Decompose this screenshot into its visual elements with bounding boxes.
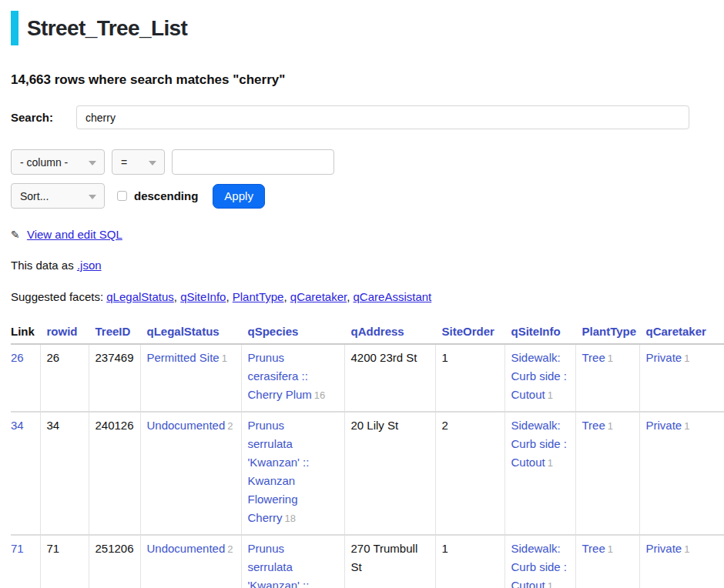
cell-site-order: 2: [435, 412, 504, 535]
facet-count: 16: [314, 389, 325, 401]
facet-link-qcareassistant[interactable]: qCareAssistant: [354, 290, 432, 303]
facet-count: 1: [608, 420, 613, 432]
filter-operator-select[interactable]: =: [112, 149, 165, 175]
search-label: Search:: [11, 111, 76, 124]
cell-legal-status-link[interactable]: Undocumented: [147, 419, 226, 432]
column-header-planttype[interactable]: PlantType: [575, 322, 639, 344]
facet-count: 2: [227, 543, 233, 555]
column-header-link: Link: [11, 322, 40, 344]
cell-site-order: 1: [435, 344, 504, 412]
column-header-qsiteinfo[interactable]: qSiteInfo: [504, 322, 575, 344]
cell-address: 270 Trumbull St: [344, 535, 435, 588]
cell-site-info-link[interactable]: Sidewalk: Curb side : Cutout: [511, 351, 568, 401]
cell-treeid: 251206: [89, 535, 140, 588]
facet-count: 1: [684, 543, 689, 555]
row-link[interactable]: 34: [11, 419, 24, 432]
page-header: Street_Tree_List: [11, 0, 724, 45]
facet-count: 1: [222, 352, 227, 364]
facet-count: 1: [548, 580, 553, 588]
cell-site-info-link[interactable]: Sidewalk: Curb side : Cutout: [511, 542, 568, 588]
column-header-qspecies[interactable]: qSpecies: [241, 322, 344, 344]
cell-site-order: 1: [435, 535, 504, 588]
filter-value-input[interactable]: [172, 149, 334, 175]
filter-column-select[interactable]: - column -: [11, 149, 105, 175]
cell-rowid: 34: [40, 412, 89, 535]
column-header-qlegalstatus[interactable]: qLegalStatus: [140, 322, 241, 344]
cell-species-link[interactable]: Prunus serrulata 'Kwanzan' :: Kwanzan Fl…: [248, 542, 310, 588]
sql-link-line: ✎ View and edit SQL: [11, 228, 724, 241]
facet-item: PlantType: [233, 290, 290, 303]
filter-form: - column - =: [11, 149, 724, 175]
table-row: 71 71 251206 Undocumented2 Prunus serrul…: [11, 535, 724, 588]
page: Street_Tree_List 14,663 rows where searc…: [0, 0, 724, 588]
column-header-rowid[interactable]: rowid: [40, 322, 89, 344]
facet-item: qCareAssistant: [354, 290, 432, 303]
facet-item: qCaretaker: [290, 290, 354, 303]
cell-legal-status-link[interactable]: Undocumented: [147, 542, 226, 555]
facet-count: 2: [227, 420, 233, 432]
row-link[interactable]: 71: [11, 542, 24, 555]
facets-prefix: Suggested facets:: [11, 290, 103, 303]
pencil-icon: ✎: [11, 229, 20, 241]
page-title: Street_Tree_List: [27, 16, 187, 41]
cell-rowid: 71: [40, 535, 89, 588]
json-link[interactable]: .json: [77, 259, 102, 272]
facet-count: 1: [684, 352, 689, 364]
row-link[interactable]: 26: [11, 351, 24, 364]
facet-count: 1: [608, 352, 613, 364]
descending-checkbox[interactable]: [117, 191, 127, 201]
cell-address: 4200 23rd St: [344, 344, 435, 412]
search-input[interactable]: [76, 105, 689, 129]
sort-select-value: Sort...: [20, 190, 49, 202]
cell-species-link[interactable]: Prunus cerasifera :: Cherry Plum: [248, 351, 312, 401]
cell-caretaker-link[interactable]: Private: [646, 542, 682, 555]
cell-rowid: 26: [40, 344, 89, 412]
results-table: Link rowid TreeID qLegalStatus qSpecies …: [11, 322, 724, 588]
data-as-prefix: This data as: [11, 259, 74, 272]
cell-caretaker-link[interactable]: Private: [646, 351, 682, 364]
facet-link-qcaretaker[interactable]: qCaretaker: [290, 290, 347, 303]
cell-plant-type-link[interactable]: Tree: [582, 351, 605, 364]
facet-link-qsiteinfo[interactable]: qSiteInfo: [180, 290, 226, 303]
cell-legal-status-link[interactable]: Permitted Site: [147, 351, 220, 364]
view-edit-sql-link[interactable]: View and edit SQL: [27, 228, 122, 241]
row-count-summary: 14,663 rows where search matches "cherry…: [11, 72, 724, 88]
cell-treeid: 237469: [89, 344, 140, 412]
cell-address: 20 Lily St: [344, 412, 435, 535]
table-header-row: Link rowid TreeID qLegalStatus qSpecies …: [11, 322, 724, 344]
facet-link-qlegalstatus[interactable]: qLegalStatus: [106, 290, 174, 303]
suggested-facets-line: Suggested facets: qLegalStatus qSiteInfo…: [11, 290, 724, 303]
sort-select[interactable]: Sort...: [11, 183, 105, 209]
column-header-qcaretaker[interactable]: qCaretaker: [639, 322, 724, 344]
cell-plant-type-link[interactable]: Tree: [582, 542, 605, 555]
facet-count: 1: [684, 420, 689, 432]
column-header-qaddress[interactable]: qAddress: [344, 322, 435, 344]
cell-caretaker-link[interactable]: Private: [646, 419, 682, 432]
cell-site-info-link[interactable]: Sidewalk: Curb side : Cutout: [511, 419, 568, 469]
column-header-siteorder[interactable]: SiteOrder: [435, 322, 504, 344]
data-as-line: This data as .json: [11, 259, 724, 272]
cell-plant-type-link[interactable]: Tree: [582, 419, 605, 432]
column-header-treeid[interactable]: TreeID: [89, 322, 140, 344]
filter-operator-value: =: [121, 156, 127, 169]
apply-button[interactable]: Apply: [213, 184, 265, 209]
table-row: 34 34 240126 Undocumented2 Prunus serrul…: [11, 412, 724, 535]
cell-treeid: 240126: [89, 412, 140, 535]
facet-count: 1: [548, 389, 553, 401]
cell-species-link[interactable]: Prunus serrulata 'Kwanzan' :: Kwanzan Fl…: [248, 419, 310, 524]
facet-count: 18: [285, 513, 296, 524]
facet-count: 1: [548, 457, 553, 469]
facet-item: qSiteInfo: [180, 290, 233, 303]
table-row: 26 26 237469 Permitted Site1 Prunus cera…: [11, 344, 724, 412]
sort-form: Sort... descending Apply: [11, 183, 724, 209]
filter-column-value: - column -: [20, 156, 68, 169]
descending-label: descending: [134, 189, 198, 202]
search-form: Search:: [11, 105, 724, 129]
accent-bar: [11, 11, 18, 45]
facet-item: qLegalStatus: [106, 290, 180, 303]
facet-link-planttype[interactable]: PlantType: [233, 290, 284, 303]
facet-count: 1: [608, 543, 613, 555]
